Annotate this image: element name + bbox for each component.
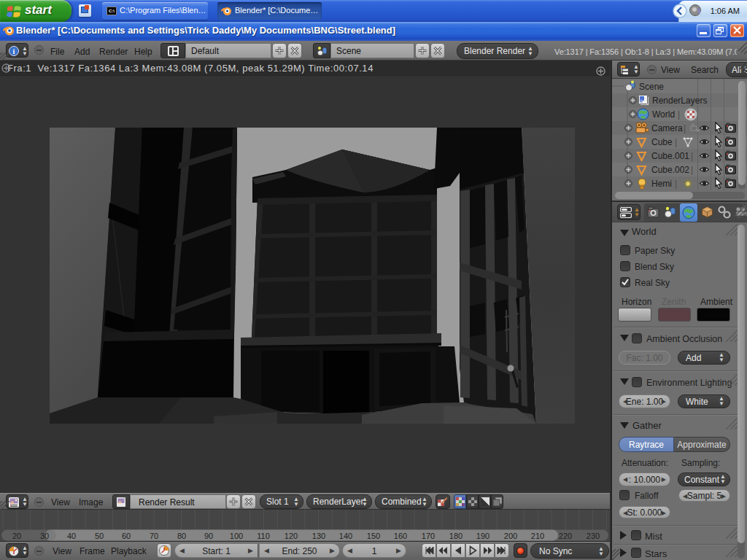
svg-text:120: 120 — [285, 532, 298, 540]
svg-text:180: 180 — [449, 532, 462, 540]
svg-text:90: 90 — [204, 532, 213, 540]
svg-text:150: 150 — [367, 532, 380, 540]
svg-text:200: 200 — [504, 532, 517, 540]
svg-text:20: 20 — [12, 532, 21, 540]
svg-text:230: 230 — [587, 532, 600, 540]
svg-text:160: 160 — [394, 532, 407, 540]
svg-text:50: 50 — [95, 532, 104, 540]
svg-text:80: 80 — [177, 532, 186, 540]
svg-text:110: 110 — [257, 532, 270, 540]
svg-text:140: 140 — [339, 532, 352, 540]
svg-text:30: 30 — [40, 532, 49, 540]
svg-text:130: 130 — [312, 532, 325, 540]
svg-text:i: i — [13, 47, 15, 55]
svg-text:190: 190 — [476, 532, 489, 540]
svg-text:170: 170 — [422, 532, 435, 540]
svg-text:100: 100 — [230, 532, 243, 540]
svg-text:220: 220 — [559, 532, 572, 540]
svg-text:40: 40 — [67, 532, 76, 540]
svg-text:70: 70 — [150, 532, 158, 540]
svg-text:60: 60 — [122, 532, 131, 540]
svg-text:210: 210 — [531, 532, 544, 540]
